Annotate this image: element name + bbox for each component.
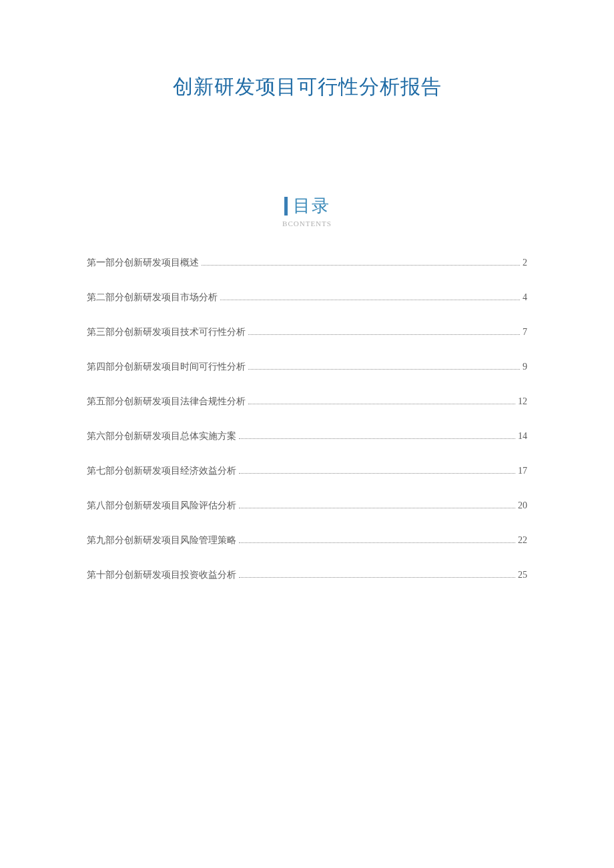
toc-entry: 第二部分创新研发项目市场分析 4 bbox=[87, 292, 527, 304]
toc-page-number: 25 bbox=[518, 570, 527, 580]
document-page: 创新研发项目可行性分析报告 目录 BCONTENTS 第一部分创新研发项目概述 … bbox=[0, 0, 614, 581]
toc-label: 第四部分创新研发项目时间可行性分析 bbox=[87, 361, 246, 373]
toc-page-number: 12 bbox=[518, 396, 527, 407]
toc-entry: 第五部分创新研发项目法律合规性分析 12 bbox=[87, 396, 527, 408]
contents-heading-cn: 目录 bbox=[293, 194, 330, 218]
toc-page-number: 4 bbox=[523, 292, 527, 303]
contents-heading-block: 目录 BCONTENTS bbox=[87, 194, 527, 228]
toc-entry: 第一部分创新研发项目概述 2 bbox=[87, 257, 527, 269]
toc-entry: 第三部分创新研发项目技术可行性分析 7 bbox=[87, 326, 527, 338]
toc-leader-dots bbox=[248, 334, 520, 335]
toc-page-number: 7 bbox=[523, 327, 527, 338]
toc-label: 第六部分创新研发项目总体实施方案 bbox=[87, 430, 236, 442]
toc-leader-dots bbox=[220, 300, 520, 300]
toc-leader-dots bbox=[239, 473, 515, 474]
toc-label: 第十部分创新研发项目投资收益分析 bbox=[87, 569, 236, 581]
toc-label: 第一部分创新研发项目概述 bbox=[87, 257, 199, 269]
toc-label: 第五部分创新研发项目法律合规性分析 bbox=[87, 396, 246, 408]
toc-entry: 第七部分创新研发项目经济效益分析 17 bbox=[87, 465, 527, 477]
toc-leader-dots bbox=[239, 438, 515, 439]
toc-page-number: 14 bbox=[518, 431, 527, 442]
contents-heading-en: BCONTENTS bbox=[87, 220, 527, 228]
toc-page-number: 2 bbox=[523, 258, 527, 268]
toc-page-number: 17 bbox=[518, 466, 527, 476]
contents-heading-row: 目录 bbox=[284, 194, 330, 218]
toc-label: 第三部分创新研发项目技术可行性分析 bbox=[87, 326, 246, 338]
toc-label: 第八部分创新研发项目风险评估分析 bbox=[87, 500, 236, 512]
toc-page-number: 9 bbox=[523, 362, 527, 372]
table-of-contents: 第一部分创新研发项目概述 2 第二部分创新研发项目市场分析 4 第三部分创新研发… bbox=[87, 257, 527, 581]
toc-label: 第七部分创新研发项目经济效益分析 bbox=[87, 465, 236, 477]
toc-leader-dots bbox=[239, 542, 515, 543]
toc-leader-dots bbox=[202, 265, 520, 266]
toc-label: 第九部分创新研发项目风险管理策略 bbox=[87, 534, 236, 546]
vertical-bar-icon bbox=[284, 197, 288, 215]
toc-page-number: 20 bbox=[518, 500, 527, 511]
toc-leader-dots bbox=[239, 577, 515, 578]
toc-leader-dots bbox=[248, 404, 515, 404]
toc-leader-dots bbox=[248, 369, 520, 370]
report-title: 创新研发项目可行性分析报告 bbox=[87, 73, 527, 101]
toc-entry: 第十部分创新研发项目投资收益分析 25 bbox=[87, 569, 527, 581]
toc-page-number: 22 bbox=[518, 535, 527, 546]
toc-leader-dots bbox=[239, 508, 515, 508]
toc-entry: 第八部分创新研发项目风险评估分析 20 bbox=[87, 500, 527, 512]
toc-entry: 第四部分创新研发项目时间可行性分析 9 bbox=[87, 361, 527, 373]
toc-entry: 第九部分创新研发项目风险管理策略 22 bbox=[87, 534, 527, 546]
toc-entry: 第六部分创新研发项目总体实施方案 14 bbox=[87, 430, 527, 442]
toc-label: 第二部分创新研发项目市场分析 bbox=[87, 292, 218, 304]
